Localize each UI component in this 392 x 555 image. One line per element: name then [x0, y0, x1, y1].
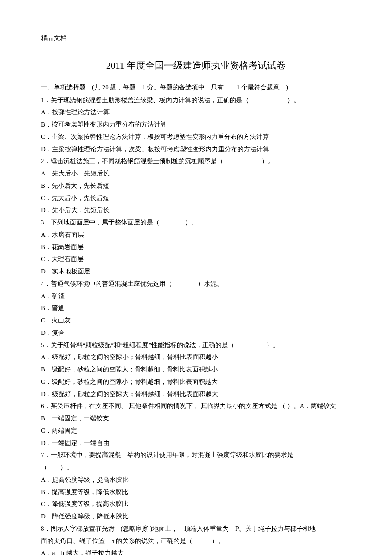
- q1-option-b: B．按可考虑塑性变形内力重分布的方法计算: [41, 119, 351, 130]
- q7-stem-line2: （ ）。: [41, 462, 351, 473]
- q6-option-b: B．一端固定，一端铰支: [41, 413, 351, 424]
- q7-option-d: D．降低强度等级，降低水胶比: [41, 511, 351, 522]
- q3-option-c: C．大理石面层: [41, 254, 351, 265]
- q7-option-a: A．提高强度等级，提高水胶比: [41, 474, 351, 485]
- q1-option-a: A．按弹性理论方法计算: [41, 107, 351, 118]
- q8-stem-line2: 面的夹角口、绳子位置 h 的关系的说法，正确的是（ ）。: [41, 536, 351, 546]
- q4-option-a: A．矿渣: [41, 291, 351, 302]
- q6-option-c: C．两端固定: [41, 426, 351, 436]
- q2-option-b: B．先小后大，先长后短: [41, 181, 351, 191]
- q2-option-c: C．先大后小，先长后短: [41, 193, 351, 204]
- q5-stem: 5．关于细骨料“颗粒级配”和“粗细程度”性能指标的说法，正确的是（ ）。: [41, 340, 351, 351]
- q3-option-b: B．花岗岩面层: [41, 242, 351, 253]
- page: 精品文档 2011 年度全国一级建造师执业资格考试试卷 一、单项选择题 (共 2…: [0, 0, 392, 555]
- q5-option-a: A．级配好，砂粒之间的空隙小；骨料越细，骨料比表面积越小: [41, 352, 351, 362]
- q4-option-b: B．普通: [41, 303, 351, 313]
- q6-stem-and-a: 6．某受压杆件，在支座不同、 其他条件相同的情况下， 其临界力最小的支座方式是 …: [41, 401, 351, 411]
- q3-option-d: D．实木地板面层: [41, 266, 351, 277]
- q1-stem: 1．关于现浇钢筋混凝土肋形楼盖连续梁、板内力计算的说法，正确的是（ ）。: [41, 95, 351, 106]
- q3-stem: 3．下列地面面层中，属于整体面层的是（ ）。: [41, 217, 351, 228]
- q5-option-c: C．级配好，砂粒之间的空隙小；骨料越细，骨料比表面积越大: [41, 377, 351, 387]
- q6-option-d: D．一端固定，一端自由: [41, 438, 351, 449]
- section-1-heading: 一、单项选择题 (共 20 题，每题 1 分。每题的备选项中，只有 1 个最符合…: [41, 82, 351, 93]
- q4-option-d: D．复合: [41, 328, 351, 338]
- document-title: 2011 年度全国一级建造师执业资格考试试卷: [41, 59, 351, 72]
- q5-option-d: D．级配好，砂粒之间的空隙大；骨料越细，骨料比表面积越大: [41, 389, 351, 400]
- q8-stem-line1: 8．图示人字梯放置在光滑 (忽略摩擦 )地面上， 顶端人体重量为 P。关于绳子拉…: [41, 523, 351, 534]
- q8-option-a: A．a、h 越大，绳子拉力越大: [41, 548, 351, 555]
- q5-option-b: B．级配好，砂粒之间的空隙大；骨料越细，骨料比表面积越小: [41, 364, 351, 375]
- q2-option-d: D．先小后大，先短后长: [41, 205, 351, 216]
- q2-option-a: A．先大后小，先短后长: [41, 168, 351, 179]
- q3-option-a: A．水磨石面层: [41, 230, 351, 240]
- q7-stem-line1: 7．一般环境中，要提高混凝土结构的设计使用年限，对混凝土强度等级和水胶比的要求是: [41, 450, 351, 460]
- q7-option-b: B．提高强度等级，降低水胶比: [41, 487, 351, 497]
- q1-option-c: C．主梁、次梁按弹性理论方法计算，板按可考虑塑性变形内力重分布的方法计算: [41, 132, 351, 142]
- q1-option-d: D．主梁按弹性理论方法计算，次梁、板按可考虑塑性变形内力重分布的方法计算: [41, 144, 351, 155]
- q7-option-c: C．降低强度等级，提高水胶比: [41, 499, 351, 509]
- q2-stem: 2．锤击沉桩法施工，不同规格钢筋混凝土预制桩的沉桩顺序是（ ）。: [41, 156, 351, 167]
- document-header: 精品文档: [41, 34, 351, 42]
- q4-option-c: C．火山灰: [41, 315, 351, 326]
- q4-stem: 4．普通气候环境中的普通混凝土应优先选用（ ）水泥。: [41, 279, 351, 289]
